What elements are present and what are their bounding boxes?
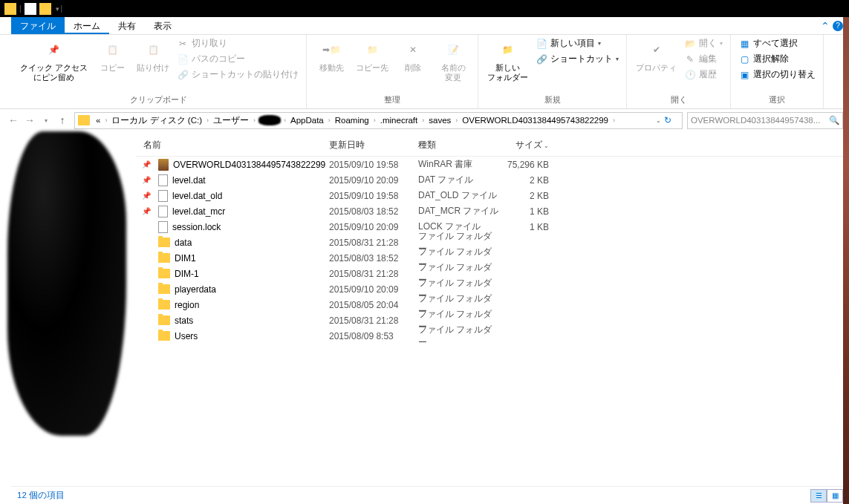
paste-button[interactable]: 📋 貼り付け — [134, 36, 172, 74]
file-list: 名前 更新日時 種類 サイズ⌄ 📌OVERWORLD40313844957438… — [130, 131, 849, 489]
tab-view[interactable]: 表示 — [145, 17, 180, 34]
tab-file[interactable]: ファイル — [11, 17, 65, 34]
file-size: 75,296 KB — [500, 160, 559, 170]
paste-shortcut-button[interactable]: 🔗ショートカットの貼り付け — [175, 68, 300, 82]
select-none-button[interactable]: ▢選択解除 — [737, 52, 817, 66]
crumb-minecraft[interactable]: .minecraft — [379, 116, 420, 125]
history-button[interactable]: 🕐履歴 — [683, 68, 724, 82]
qat-dropdown-icon[interactable]: ▾ — [56, 5, 59, 13]
rename-icon: 📝 — [441, 38, 465, 62]
invert-icon: ▣ — [738, 69, 750, 81]
col-header-name[interactable]: 名前 — [136, 139, 329, 151]
file-icon — [158, 221, 168, 233]
help-icon[interactable]: ? — [833, 21, 843, 31]
status-text: 12 個の項目 — [17, 490, 65, 501]
file-name: data — [175, 238, 192, 248]
select-none-icon: ▢ — [738, 53, 750, 65]
file-row[interactable]: 📌level.dat_old 2015/09/10 19:58 DAT_OLD … — [136, 188, 843, 203]
crumb-drive[interactable]: ローカル ディスク (C:) — [110, 115, 204, 126]
chevron-up-icon: ⌃ — [821, 20, 830, 32]
file-icon — [158, 174, 168, 186]
content-area: 名前 更新日時 種類 サイズ⌄ 📌OVERWORLD40313844957438… — [0, 131, 849, 489]
crumb-overflow[interactable]: « — [94, 116, 102, 125]
addr-dropdown-icon[interactable]: ⌄ — [656, 117, 661, 124]
shortcut-icon: 🔗 — [177, 69, 189, 81]
copy-path-button[interactable]: 📄パスのコピー — [175, 52, 300, 66]
ribbon-group-clipboard: 📌 クイック アクセス にピン留め 📋 コピー 📋 貼り付け ✂切り取り 📄パス… — [11, 35, 307, 108]
file-date: 2015/09/10 20:09 — [329, 284, 418, 295]
new-item-button[interactable]: 📄新しい項目▾ — [534, 36, 620, 50]
move-to-button[interactable]: ➡📁 移動先 — [313, 36, 350, 74]
titlebar: | ▾ | — [0, 0, 849, 17]
select-all-button[interactable]: ▦すべて選択 — [737, 36, 817, 50]
tab-home[interactable]: ホーム — [65, 17, 109, 34]
statusbar: 12 個の項目 ☰ ▦ — [11, 486, 849, 504]
open-icon: 📂 — [684, 38, 696, 50]
pin-icon: 📌 — [42, 38, 66, 62]
addr-folder-icon — [78, 115, 90, 125]
refresh-button[interactable]: ↻ — [664, 115, 679, 125]
background-sliver — [843, 17, 849, 504]
navigation-pane[interactable] — [0, 131, 130, 489]
file-type: DAT_MCR ファイル — [418, 205, 500, 217]
invert-selection-button[interactable]: ▣選択の切り替え — [737, 68, 817, 82]
view-icons-button[interactable]: ▦ — [827, 489, 843, 503]
redacted-area — [7, 131, 126, 436]
tab-share[interactable]: 共有 — [109, 17, 145, 34]
file-date: 2015/09/10 20:09 — [329, 175, 418, 186]
file-row[interactable]: 📌level.dat_mcr 2015/08/03 18:52 DAT_MCR … — [136, 203, 843, 219]
up-button[interactable]: ↑ — [55, 113, 70, 128]
new-item-icon: 📄 — [536, 38, 547, 50]
file-row[interactable]: 📌Users 2015/08/09 8:53 ファイル フォルダー — [136, 328, 843, 344]
paste-icon: 📋 — [141, 38, 165, 62]
file-row[interactable]: 📌level.dat 2015/09/10 20:09 DAT ファイル 2 K… — [136, 172, 843, 188]
view-details-button[interactable]: ☰ — [810, 489, 827, 503]
address-bar: ← → ▾ ↑ «› ローカル ディスク (C:)› ユーザー› › AppDa… — [0, 109, 849, 131]
qat-folder-icon[interactable] — [4, 3, 16, 15]
ribbon: 📌 クイック アクセス にピン留め 📋 コピー 📋 貼り付け ✂切り取り 📄パス… — [0, 35, 849, 109]
folder-icon — [158, 331, 170, 341]
crumb-roaming[interactable]: Roaming — [334, 116, 371, 125]
col-header-date[interactable]: 更新日時 — [329, 139, 418, 151]
pin-quick-access-button[interactable]: 📌 クイック アクセス にピン留め — [17, 36, 91, 84]
crumb-world[interactable]: OVERWORLD4031384495743822299 — [461, 116, 610, 125]
qat-sep2: | — [61, 4, 63, 13]
search-input[interactable]: OVERWORLD40313844957438... 🔍 — [687, 112, 843, 129]
file-icon — [158, 206, 168, 217]
edit-button[interactable]: ✎編集 — [683, 52, 724, 66]
qat-sep: | — [19, 4, 22, 13]
new-folder-button[interactable]: 📁 新しい フォルダー — [484, 36, 531, 84]
properties-button[interactable]: ✔ プロパティ — [633, 36, 680, 74]
recent-dropdown[interactable]: ▾ — [39, 113, 53, 128]
copy-button[interactable]: 📋 コピー — [94, 36, 131, 74]
file-rows: 📌OVERWORLD4031384495743822299 2015/09/10… — [136, 157, 843, 344]
delete-button[interactable]: ✕ 削除 — [394, 36, 432, 74]
cut-button[interactable]: ✂切り取り — [175, 36, 300, 50]
file-name: level.dat_old — [172, 191, 222, 201]
crumb-saves[interactable]: saves — [427, 116, 452, 125]
history-icon: 🕐 — [684, 69, 696, 81]
forward-button[interactable]: → — [22, 113, 37, 128]
qat-folder2-icon[interactable] — [39, 3, 51, 15]
file-row[interactable]: 📌OVERWORLD4031384495743822299 2015/09/10… — [136, 157, 843, 172]
file-name: DIM-1 — [175, 269, 199, 279]
pin-indicator-icon: 📌 — [142, 176, 151, 184]
ribbon-group-select: ▦すべて選択 ▢選択解除 ▣選択の切り替え 選択 — [731, 35, 824, 108]
ribbon-toggle[interactable]: ⌃ ? — [821, 17, 843, 34]
new-folder-icon: 📁 — [496, 38, 520, 62]
col-header-size[interactable]: サイズ⌄ — [500, 139, 559, 151]
back-button[interactable]: ← — [6, 113, 21, 128]
breadcrumb[interactable]: «› ローカル ディスク (C:)› ユーザー› › AppData› Roam… — [74, 112, 683, 129]
copy-to-button[interactable]: 📁 コピー先 — [353, 36, 391, 74]
file-date: 2015/09/10 19:58 — [329, 160, 418, 170]
crumb-appdata[interactable]: AppData — [289, 116, 325, 125]
col-header-type[interactable]: 種類 — [418, 139, 500, 151]
search-icon[interactable]: 🔍 — [829, 115, 839, 125]
rename-button[interactable]: 📝 名前の 変更 — [435, 36, 472, 84]
open-button[interactable]: 📂開く▾ — [683, 36, 724, 50]
new-shortcut-button[interactable]: 🔗ショートカット▾ — [534, 52, 620, 66]
qat-file-icon[interactable] — [25, 3, 36, 15]
file-date: 2015/08/03 18:52 — [329, 253, 418, 264]
crumb-users[interactable]: ユーザー — [212, 115, 250, 126]
crumb-redacted[interactable] — [258, 115, 281, 125]
